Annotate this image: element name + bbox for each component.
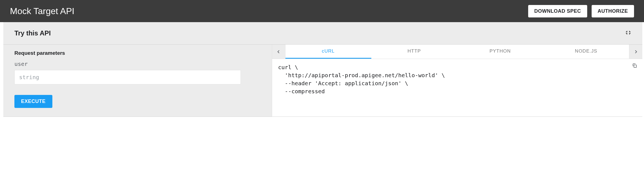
code-area: curl \ 'http://apiportal-prod.apigee.net… [272, 59, 642, 117]
user-input[interactable] [14, 70, 241, 84]
tab-curl[interactable]: cURL [285, 45, 371, 59]
tab-strip: cURL HTTP PYTHON NODE.JS [272, 45, 642, 59]
authorize-button[interactable]: AUTHORIZE [592, 5, 634, 17]
panel-header: Try this API [3, 22, 642, 45]
page-title: Mock Target API [10, 6, 528, 16]
try-api-panel: Try this API Request parameters user EXE… [3, 22, 642, 117]
code-snippet: curl \ 'http://apiportal-prod.apigee.net… [278, 63, 636, 95]
topbar-buttons: DOWNLOAD SPEC AUTHORIZE [528, 5, 634, 17]
panel-body: Request parameters user EXECUTE cURL HTT… [3, 45, 642, 117]
tab-scroll-right-button[interactable] [629, 45, 642, 59]
tab-scroll-left-button[interactable] [272, 45, 285, 59]
download-spec-button[interactable]: DOWNLOAD SPEC [528, 5, 587, 17]
topbar: Mock Target API DOWNLOAD SPEC AUTHORIZE [0, 0, 644, 22]
svg-rect-0 [634, 65, 637, 68]
field-name-user: user [14, 61, 261, 67]
tab-http[interactable]: HTTP [371, 45, 457, 59]
tab-python[interactable]: PYTHON [457, 45, 543, 59]
collapse-icon[interactable] [625, 30, 631, 37]
request-params-section: Request parameters user EXECUTE [3, 45, 272, 117]
panel-title: Try this API [14, 29, 625, 37]
tab-nodejs[interactable]: NODE.JS [543, 45, 629, 59]
copy-icon[interactable] [632, 63, 637, 69]
execute-button[interactable]: EXECUTE [14, 95, 52, 108]
request-params-label: Request parameters [14, 50, 261, 56]
code-sample-section: cURL HTTP PYTHON NODE.JS [272, 45, 642, 117]
tabs: cURL HTTP PYTHON NODE.JS [285, 45, 629, 59]
